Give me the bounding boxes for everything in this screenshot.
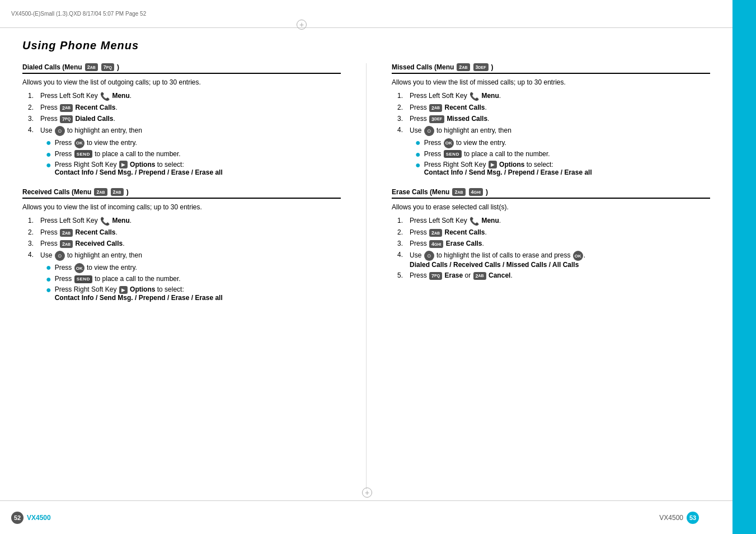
key-7: 7PQ <box>60 115 73 123</box>
erase-calls-title: Erase Calls (Menu <box>392 188 449 196</box>
received-key1: 2AB <box>94 188 107 196</box>
step-num: 5. <box>397 271 410 279</box>
bullet-text: Press Right Soft Key ▶ Options to select… <box>424 161 592 177</box>
bullet-list: ● Press OK to view the entry. ● Press SE… <box>415 138 710 177</box>
step-content: Press 3DEF Missed Calls. <box>410 115 710 123</box>
received-calls-label: Received Calls <box>76 240 123 247</box>
received-calls-desc: Allows you to view the list of incoming … <box>22 203 341 211</box>
step-content: Press 2AB Received Calls. <box>40 240 341 248</box>
dialed-calls-section: Dialed Calls (Menu 2AB 7PQ ) Allows you … <box>22 63 341 178</box>
dialed-calls-desc: Allows you to view the list of outgoing … <box>22 78 341 86</box>
step-item: 3. Press 7PQ Dialed Calls. <box>28 115 341 123</box>
step-item: 4. Use ⊙ to highlight an entry, then ● P… <box>28 251 341 303</box>
dialed-paren: ) <box>117 63 119 71</box>
bullet-dot: ● <box>46 275 51 284</box>
step-num: 1. <box>28 217 40 224</box>
bullet-item: ● Press Right Soft Key ▶ Options to sele… <box>46 285 341 302</box>
bullet-text: Press OK to view the entry. <box>55 138 137 148</box>
step-item: 1. Press Left Soft Key 📞 Menu. <box>397 217 710 226</box>
missed-paren: ) <box>491 63 494 71</box>
step-content: Press Left Soft Key 📞 Menu. <box>410 217 710 226</box>
dialed-key2: 7PQ <box>101 63 114 71</box>
columns-container: Dialed Calls (Menu 2AB 7PQ ) Allows you … <box>22 63 710 489</box>
footer-right: VX4500 53 <box>659 512 699 524</box>
bullet-item: ● Press SEND to place a call to the numb… <box>415 150 710 159</box>
menu-label: Menu <box>112 92 129 100</box>
footer-left: 52 VX4500 <box>0 512 51 524</box>
options-list: Contact Info / Send Msg. / Prepend / Era… <box>55 168 223 176</box>
soft-key-icon: 📞 <box>100 217 110 226</box>
bullet-item: ● Press Right Soft Key ▶ Options to sele… <box>415 161 710 177</box>
erase-label: Erase <box>445 271 463 279</box>
bullet-text: Press SEND to place a call to the number… <box>55 275 181 283</box>
key-4: 4GHI <box>429 240 443 248</box>
step-content: Press 2AB Recent Calls. <box>40 228 341 237</box>
page-number-right: 53 <box>687 512 699 524</box>
received-key2: 2AB <box>111 188 124 196</box>
page-number-left: 52 <box>11 512 24 524</box>
step-item: 3. Press 4GHI Erase Calls. <box>397 240 710 248</box>
step-content: Press Left Soft Key 📞 Menu. <box>40 217 341 226</box>
menu-label: Menu <box>481 92 499 100</box>
menu-label: Menu <box>481 217 499 225</box>
bullet-text: Press OK to view the entry. <box>55 263 137 273</box>
bullet-dot: ● <box>46 285 51 294</box>
send-key: SEND <box>74 150 92 158</box>
soft-key-icon: 📞 <box>469 92 479 101</box>
erase-key1: 2AB <box>452 188 465 196</box>
step-num: 1. <box>28 92 40 100</box>
missed-key1: 2AB <box>457 63 469 71</box>
erase-key2: 4GHI <box>469 188 483 196</box>
dialed-key1: 2AB <box>85 63 98 71</box>
brand-left: VX4500 <box>27 514 51 522</box>
missed-calls-section: Missed Calls (Menu 2AB 3DEF ) Allows you… <box>392 63 710 178</box>
step-num: 2. <box>28 228 40 236</box>
step-item: 4. Use ⊙ to highlight an entry, then ● P… <box>28 126 341 179</box>
options-list: Contact Info / Send Msg. / Prepend / Era… <box>55 294 223 302</box>
key-2: 2AB <box>60 229 73 237</box>
bullet-list: ● Press OK to view the entry. ● Press SE… <box>46 138 341 177</box>
step-num: 1. <box>397 92 410 100</box>
erase-options-list: Dialed Calls / Received Calls / Missed C… <box>410 261 579 269</box>
step-num: 2. <box>397 228 410 236</box>
nav-key: ⊙ <box>55 126 65 136</box>
step-num: 4. <box>28 126 40 134</box>
step-item: 2. Press 2AB Recent Calls. <box>397 104 710 112</box>
cancel-label: Cancel <box>489 271 510 279</box>
bullet-dot: ● <box>46 150 51 159</box>
bullet-text: Press SEND to place a call to the number… <box>55 150 181 158</box>
step-item: 4. Use ⊙ to highlight the list of calls … <box>397 251 710 269</box>
bullet-item: ● Press OK to view the entry. <box>46 138 341 148</box>
erase-calls-desc: Allows you to erase selected call list(s… <box>392 203 710 211</box>
received-paren: ) <box>126 188 129 196</box>
bullet-text: Press OK to view the entry. <box>424 138 506 148</box>
page-title: Using Phone Menus <box>22 39 710 52</box>
step-content: Press Left Soft Key 📞 Menu. <box>40 92 341 101</box>
ok-key: OK <box>74 263 84 273</box>
erase-paren: ) <box>486 188 488 196</box>
step-num: 2. <box>28 104 40 111</box>
step-item: 2. Press 2AB Recent Calls. <box>28 104 341 112</box>
step-content: Press 7PQ Erase or 2AB Cancel. <box>410 271 710 280</box>
missed-calls-heading: Missed Calls (Menu 2AB 3DEF ) <box>392 63 710 74</box>
crosshair-bottom <box>362 488 372 498</box>
step-num: 3. <box>28 115 40 123</box>
step-content: Press Left Soft Key 📞 Menu. <box>410 92 710 101</box>
erase-calls-section: Erase Calls (Menu 2AB 4GHI ) Allows you … <box>392 188 710 279</box>
main-content: Using Phone Menus Dialed Calls (Menu 2AB… <box>0 28 732 500</box>
left-column: Dialed Calls (Menu 2AB 7PQ ) Allows you … <box>22 63 341 489</box>
options-label: Options <box>130 161 155 168</box>
step-num: 3. <box>397 240 410 247</box>
bullet-dot: ● <box>415 138 421 147</box>
step-item: 1. Press Left Soft Key 📞 Menu. <box>397 92 710 101</box>
erase-calls-heading: Erase Calls (Menu 2AB 4GHI ) <box>392 188 710 199</box>
step-num: 3. <box>28 240 40 247</box>
missed-key2: 3DEF <box>473 63 489 71</box>
step-content: Use ⊙ to highlight an entry, then ● Pres… <box>40 251 341 303</box>
erase-calls-steps: 1. Press Left Soft Key 📞 Menu. 2. Press … <box>397 217 710 279</box>
column-divider <box>366 63 367 489</box>
dialed-calls-title: Dialed Calls (Menu <box>22 63 82 71</box>
step-num: 1. <box>397 217 410 224</box>
send-key: SEND <box>74 275 92 283</box>
bullet-dot: ● <box>46 263 51 272</box>
